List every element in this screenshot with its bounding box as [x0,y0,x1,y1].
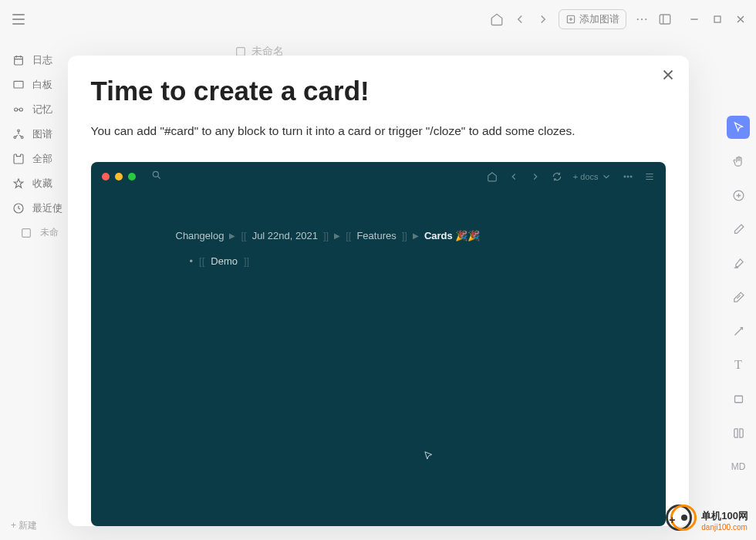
demo-more-icon[interactable] [623,171,633,182]
demo-forward-icon[interactable] [530,171,541,182]
demo-body: Changelog ▶ [[Jul 22nd, 2021]] ▶ [[Featu… [91,191,666,305]
modal: Time to create a card! You can add "#car… [68,56,689,526]
chevron-right-icon: ▶ [413,231,419,240]
traffic-red-icon [102,173,110,181]
demo-docs-button[interactable]: + docs [573,171,612,182]
watermark-url: danji100.com [701,523,748,532]
traffic-green-icon [128,173,136,181]
breadcrumb: Changelog ▶ [[Jul 22nd, 2021]] ▶ [[Featu… [176,230,581,241]
modal-description: You can add "#card" to any block to turn… [91,122,666,140]
demo-refresh-icon[interactable] [552,171,562,182]
demo-header-right: + docs [487,171,655,182]
demo-bullet[interactable]: [[Demo]] [176,255,581,267]
svg-point-18 [153,171,158,177]
cursor-icon [423,451,434,464]
modal-overlay: Time to create a card! You can add "#car… [0,0,756,540]
demo-frame: + docs Changelog ▶ [[Jul 22nd, 2021]] ▶ … [91,162,666,526]
chevron-right-icon: ▶ [334,231,340,240]
breadcrumb-current: Cards 🎉🎉 [424,230,480,241]
demo-bullet-text: Demo [211,255,238,267]
watermark-logo-icon: + [666,505,697,535]
traffic-yellow-icon [115,173,123,181]
breadcrumb-item[interactable]: Features [356,230,396,241]
svg-point-20 [627,176,629,177]
traffic-lights [102,173,136,181]
svg-point-21 [630,176,632,177]
breadcrumb-item[interactable]: Changelog [176,230,224,241]
svg-point-19 [624,176,626,177]
modal-title: Time to create a card! [91,76,666,106]
demo-back-icon[interactable] [508,171,519,182]
close-button[interactable] [660,66,677,86]
demo-menu-icon[interactable] [644,171,655,182]
breadcrumb-item[interactable]: Jul 22nd, 2021 [252,230,318,241]
chevron-right-icon: ▶ [229,231,235,240]
demo-header: + docs [91,162,666,191]
watermark-name: 单机100网 [701,509,748,523]
demo-search-icon[interactable] [151,170,162,184]
watermark: + 单机100网 danji100.com [666,505,748,535]
demo-home-icon[interactable] [487,171,498,182]
